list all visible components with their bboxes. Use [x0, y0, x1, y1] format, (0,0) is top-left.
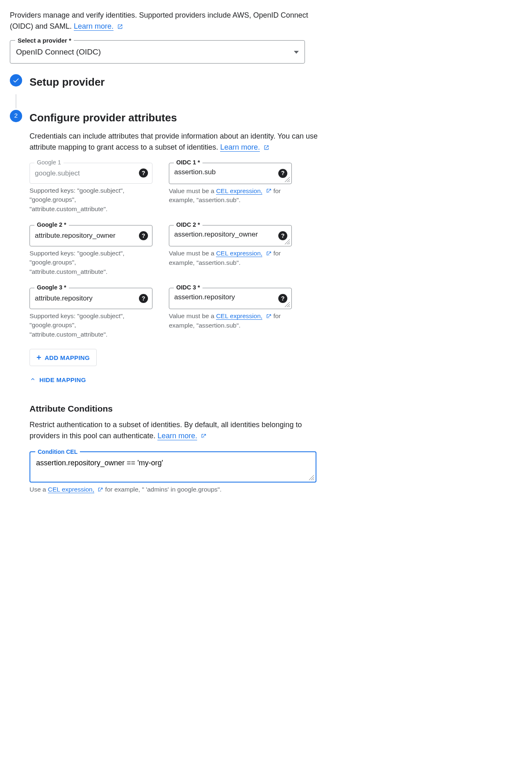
- google-field-label: Google 2 *: [34, 221, 69, 230]
- help-icon[interactable]: ?: [278, 169, 287, 178]
- provider-select[interactable]: Select a provider * OpenID Connect (OIDC…: [10, 40, 305, 64]
- provider-select-label: Select a provider *: [15, 36, 74, 46]
- condition-cel-input[interactable]: Condition CEL: [30, 451, 316, 483]
- condition-cel-textarea[interactable]: [35, 458, 311, 474]
- cel-expression-link[interactable]: CEL expression,: [216, 312, 262, 320]
- configure-description: Credentials can include attributes that …: [30, 131, 333, 153]
- oidc-hint: Value must be a CEL expression, for exam…: [169, 312, 292, 330]
- oidc-field-label: OIDC 2 *: [174, 221, 202, 230]
- condition-hint: Use a CEL expression, for example, " 'ad…: [30, 485, 316, 494]
- google-mapping-value: attribute.repository_owner: [35, 232, 116, 239]
- step-badge-complete-icon: [10, 74, 22, 87]
- conditions-description: Restrict authentication to a subset of i…: [30, 419, 333, 442]
- oidc-hint: Value must be a CEL expression, for exam…: [169, 249, 292, 267]
- step-badge-2: 2: [10, 110, 22, 122]
- condition-cel-label: Condition CEL: [35, 448, 80, 456]
- oidc-mapping-value: assertion.repository_owner: [174, 230, 258, 238]
- google-mapping-value: google.subject: [35, 169, 80, 177]
- provider-select-value: OpenID Connect (OIDC): [16, 46, 101, 58]
- cel-expression-link[interactable]: CEL expression,: [48, 486, 94, 493]
- external-link-icon: [98, 487, 103, 493]
- cel-expression-link[interactable]: CEL expression,: [216, 250, 262, 257]
- step-title-configure: Configure provider attributes: [30, 110, 177, 126]
- resize-handle-icon[interactable]: [285, 177, 290, 182]
- external-link-icon: [201, 433, 207, 439]
- chevron-up-icon: [30, 376, 36, 384]
- configure-learn-more-link[interactable]: Learn more.: [220, 143, 260, 152]
- help-icon[interactable]: ?: [139, 231, 148, 240]
- google-hint: Supported keys: "google.subject", "googl…: [30, 186, 152, 214]
- resize-handle-icon[interactable]: [285, 302, 290, 307]
- help-icon[interactable]: ?: [139, 168, 148, 178]
- external-link-icon: [117, 24, 123, 30]
- intro-text: Providers manage and verify identities. …: [10, 10, 321, 32]
- conditions-learn-more-link[interactable]: Learn more.: [157, 432, 197, 440]
- resize-handle-icon[interactable]: [285, 239, 290, 244]
- google-hint: Supported keys: "google.subject", "googl…: [30, 249, 152, 276]
- google-mapping-value: attribute.repository: [35, 294, 93, 302]
- mapping-row: Google 1google.subject?Supported keys: "…: [30, 163, 333, 214]
- google-field-label: Google 3 *: [34, 283, 69, 292]
- attribute-conditions-title: Attribute Conditions: [30, 402, 333, 415]
- hide-mapping-button[interactable]: HIDE MAPPING: [30, 376, 86, 384]
- google-hint: Supported keys: "google.subject", "googl…: [30, 312, 152, 339]
- resize-handle-icon[interactable]: [309, 475, 314, 480]
- step-connector: [16, 94, 16, 108]
- help-icon[interactable]: ?: [278, 231, 287, 240]
- cel-expression-link[interactable]: CEL expression,: [216, 187, 262, 195]
- plus-icon: +: [36, 353, 41, 362]
- step-title-setup: Setup provider: [30, 74, 105, 90]
- oidc-mapping-value: assertion.sub: [174, 168, 216, 176]
- oidc-field-label: OIDC 1 *: [174, 158, 202, 167]
- external-link-icon: [266, 188, 272, 194]
- mapping-row: Google 3 *attribute.repository?Supported…: [30, 288, 333, 339]
- intro-learn-more-link[interactable]: Learn more.: [74, 22, 114, 31]
- external-link-icon: [266, 314, 272, 319]
- oidc-field-label: OIDC 3 *: [174, 283, 202, 292]
- external-link-icon: [264, 145, 269, 150]
- mapping-row: Google 2 *attribute.repository_owner?Sup…: [30, 225, 333, 276]
- help-icon[interactable]: ?: [278, 294, 287, 303]
- oidc-hint: Value must be a CEL expression, for exam…: [169, 187, 292, 205]
- chevron-down-icon: [294, 51, 299, 54]
- external-link-icon: [266, 251, 272, 257]
- add-mapping-button[interactable]: + ADD MAPPING: [30, 349, 97, 366]
- help-icon[interactable]: ?: [139, 294, 148, 303]
- oidc-mapping-value: assertion.repository: [174, 293, 235, 301]
- google-field-label: Google 1: [34, 158, 64, 167]
